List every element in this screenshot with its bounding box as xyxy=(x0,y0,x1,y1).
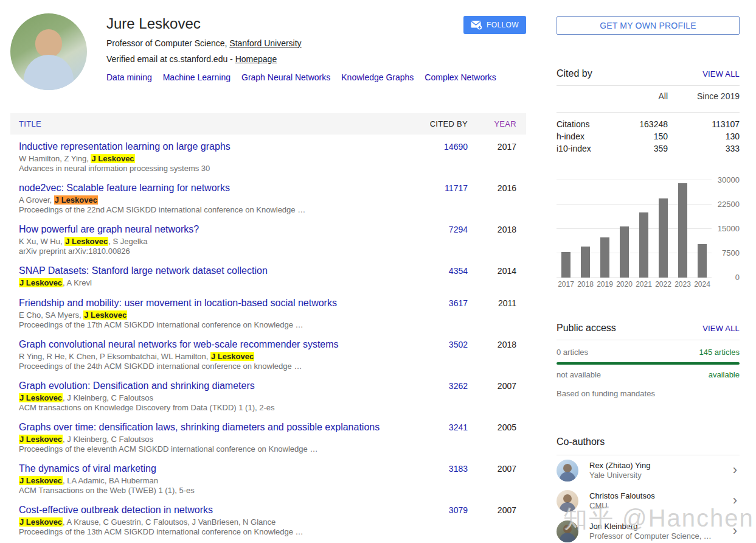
publication-year: 2007 xyxy=(468,380,516,412)
publication-title-link[interactable]: Graph evolution: Densification and shrin… xyxy=(19,380,255,392)
affiliation-link[interactable]: Stanford University xyxy=(229,38,301,48)
publication-authors: J Leskovec, A Krause, C Guestrin, C Falo… xyxy=(19,517,407,527)
citations-chart-plot xyxy=(557,180,712,278)
interest-tag-link[interactable]: Complex Networks xyxy=(425,72,496,82)
publication-cited-cell: 3079 xyxy=(413,504,468,536)
coauthor-item[interactable]: Christos Faloutsos CMU › xyxy=(557,486,740,516)
coauthors-list: Rex (Zhitao) Ying Yale University › Chri… xyxy=(557,455,740,543)
publication-row: Cost-effective outbreak detection in net… xyxy=(10,498,526,539)
cited-by-count-link[interactable]: 11717 xyxy=(445,183,468,193)
interest-tag-link[interactable]: Graph Neural Networks xyxy=(241,72,330,82)
publication-venue: Proceedings of the 22nd ACM SIGKDD inter… xyxy=(19,205,407,214)
highlighted-author: J Leskovec xyxy=(83,310,127,320)
cited-by-count-link[interactable]: 4354 xyxy=(449,266,468,276)
publication-title-link[interactable]: SNAP Datasets: Stanford large network da… xyxy=(19,265,268,277)
publication-title-link[interactable]: Graph convolutional neural networks for … xyxy=(19,338,339,351)
chart-x-label: 2023 xyxy=(673,280,692,289)
interest-tag-link[interactable]: Machine Learning xyxy=(163,72,231,82)
stat-value-since: 333 xyxy=(668,142,740,155)
cited-by-count-link[interactable]: 3241 xyxy=(449,422,468,432)
publication-row: node2vec: Scalable feature learning for … xyxy=(10,176,526,217)
sort-by-citations-header[interactable]: CITED BY xyxy=(413,119,468,128)
profile-main-column: Jure Leskovec Professor of Computer Scie… xyxy=(10,13,526,539)
chart-bar-2021[interactable] xyxy=(639,212,648,278)
chevron-right-icon: › xyxy=(729,494,740,508)
publication-info: How powerful are graph neural networks? … xyxy=(19,223,413,256)
interest-tag-link[interactable]: Knowledge Graphs xyxy=(341,72,414,82)
publication-title-link[interactable]: How powerful are graph neural networks? xyxy=(19,223,199,236)
not-available-count: 0 articles xyxy=(557,348,588,357)
cited-by-count-link[interactable]: 7294 xyxy=(449,225,468,234)
publication-row: Graph evolution: Densification and shrin… xyxy=(10,374,526,415)
publication-authors: J Leskovec, LA Adamic, BA Huberman xyxy=(19,476,407,486)
citation-stats-row: Citations 163248 113107 xyxy=(557,118,740,130)
authors-before-highlight: K Xu, W Hu, xyxy=(19,237,64,246)
homepage-link[interactable]: Homepage xyxy=(235,54,277,64)
coauthor-name-link[interactable]: Rex (Zhitao) Ying xyxy=(589,461,729,471)
coauthor-name-link[interactable]: Jon Kleinberg xyxy=(589,522,729,531)
interest-tag-link[interactable]: Data mining xyxy=(106,72,152,82)
cited-by-count-link[interactable]: 3502 xyxy=(449,340,468,349)
highlighted-author: J Leskovec xyxy=(19,435,63,444)
chart-bar-2023[interactable] xyxy=(678,183,687,278)
coauthor-item[interactable]: Jon Kleinberg Professor of Computer Scie… xyxy=(557,516,740,543)
publication-title-link[interactable]: node2vec: Scalable feature learning for … xyxy=(19,182,230,194)
chart-x-label: 2022 xyxy=(654,280,673,289)
chart-bar-2020[interactable] xyxy=(620,226,629,278)
publication-row: SNAP Datasets: Stanford large network da… xyxy=(10,259,526,291)
sort-by-title-header[interactable]: TITLE xyxy=(19,119,413,128)
cited-by-count-link[interactable]: 14690 xyxy=(444,142,468,152)
chart-bar-2022[interactable] xyxy=(659,198,668,278)
cited-by-count-link[interactable]: 3079 xyxy=(449,505,468,515)
coauthor-name-link[interactable]: Christos Faloutsos xyxy=(589,491,729,501)
available-count-link[interactable]: 145 articles xyxy=(699,348,740,357)
publication-venue: ACM Transactions on the Web (TWEB) 1 (1)… xyxy=(19,486,407,495)
public-access-section: Public access VIEW ALL 0 articles 145 ar… xyxy=(557,323,740,398)
available-label: available xyxy=(709,370,740,379)
chart-bar-column xyxy=(673,183,692,278)
public-access-view-all-link[interactable]: VIEW ALL xyxy=(702,324,740,333)
publication-row: How powerful are graph neural networks? … xyxy=(10,217,526,259)
divider xyxy=(557,340,740,340)
publication-authors: A Grover, J Leskovec xyxy=(19,195,407,205)
publication-title-link[interactable]: Friendship and mobility: user movement i… xyxy=(19,297,337,309)
coauthors-section: Co-authors Rex (Zhitao) Ying Yale Univer… xyxy=(557,436,740,543)
cited-by-count-link[interactable]: 3262 xyxy=(449,381,468,391)
publication-cited-cell: 3502 xyxy=(413,338,468,371)
citations-chart-xlabels: 20172018201920202021202220232024 xyxy=(557,280,712,289)
chart-bar-2017[interactable] xyxy=(561,252,570,278)
cited-by-title: Cited by xyxy=(557,68,592,79)
chart-x-label: 2024 xyxy=(693,280,712,289)
profile-header: Jure Leskovec Professor of Computer Scie… xyxy=(10,13,526,100)
profile-title-line: Professor of Computer Science, Stanford … xyxy=(106,38,526,49)
chart-bar-2024[interactable] xyxy=(698,244,707,278)
chart-bar-2018[interactable] xyxy=(581,247,590,278)
publication-row: Friendship and mobility: user movement i… xyxy=(10,291,526,332)
chart-bar-2019[interactable] xyxy=(600,237,609,278)
publication-row: The dynamics of viral marketing J Leskov… xyxy=(10,457,526,498)
publication-title-link[interactable]: Graphs over time: densification laws, sh… xyxy=(19,421,380,433)
authors-after-highlight: , LA Adamic, BA Huberman xyxy=(63,476,158,485)
publications-list: Inductive representation learning on lar… xyxy=(10,135,526,539)
publication-info: Cost-effective outbreak detection in net… xyxy=(19,504,413,536)
authors-after-highlight: , A Krevl xyxy=(63,278,92,287)
publication-venue: arXiv preprint arXiv:1810.00826 xyxy=(19,247,407,256)
follow-button[interactable]: FOLLOW xyxy=(463,16,526,34)
publication-authors: R Ying, R He, K Chen, P Eksombatchai, WL… xyxy=(19,352,407,362)
chart-x-label: 2020 xyxy=(615,280,634,289)
cited-by-view-all-link[interactable]: VIEW ALL xyxy=(702,69,740,79)
profile-verified-line: Verified email at cs.stanford.edu - Home… xyxy=(106,54,526,65)
publication-title-link[interactable]: The dynamics of viral marketing xyxy=(19,463,156,475)
publication-title-link[interactable]: Cost-effective outbreak detection in net… xyxy=(19,504,213,516)
profile-sidebar: GET MY OWN PROFILE Cited by VIEW ALL All… xyxy=(557,16,740,543)
cited-by-count-link[interactable]: 3617 xyxy=(449,298,468,308)
publication-title-link[interactable]: Inductive representation learning on lar… xyxy=(19,141,231,153)
publication-authors: J Leskovec, J Kleinberg, C Faloutsos xyxy=(19,393,407,403)
publication-venue: ACM transactions on Knowledge Discovery … xyxy=(19,403,407,412)
authors-after-highlight: , S Jegelka xyxy=(108,237,147,246)
chart-ytick-label: 7500 xyxy=(722,248,740,258)
sort-by-year-header[interactable]: YEAR xyxy=(468,119,516,128)
coauthor-item[interactable]: Rex (Zhitao) Ying Yale University › xyxy=(557,455,740,486)
get-my-own-profile-button[interactable]: GET MY OWN PROFILE xyxy=(557,16,740,35)
cited-by-count-link[interactable]: 3183 xyxy=(449,464,468,474)
